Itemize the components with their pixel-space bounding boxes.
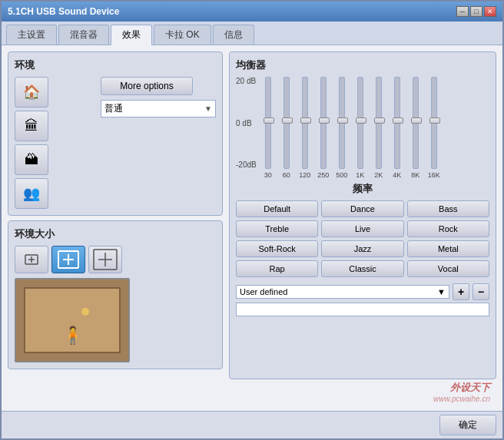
tab-bar: 主设置 混音器 效果 卡拉 OK 信息: [2, 22, 502, 45]
eq-thumb-8[interactable]: [411, 117, 422, 124]
eq-bar-2: 120: [297, 77, 313, 179]
preset-vocal[interactable]: Vocal: [407, 260, 489, 277]
eq-track-9[interactable]: [431, 77, 437, 169]
equalizer-title: 均衡器: [236, 58, 489, 72]
eq-track-2[interactable]: [302, 77, 308, 169]
add-preset-button[interactable]: +: [453, 283, 469, 300]
preset-soft-rock[interactable]: Soft-Rock: [236, 240, 318, 257]
env-icon-hall[interactable]: 🏛: [15, 111, 48, 141]
environment-controls: More options 普通 ▼: [101, 77, 216, 209]
eq-bar-9: 16K: [426, 77, 443, 179]
eq-freq-7: 4K: [393, 171, 401, 179]
preset-bass[interactable]: Bass: [407, 200, 489, 217]
environment-dropdown[interactable]: 普通 ▼: [101, 100, 216, 117]
eq-thumb-6[interactable]: [374, 117, 385, 124]
eq-thumb-7[interactable]: [393, 117, 403, 124]
window-controls: ─ □ ✕: [456, 6, 496, 17]
eq-thumb-5[interactable]: [356, 117, 366, 124]
eq-freq-6: 2K: [374, 171, 383, 179]
eq-track-8[interactable]: [413, 77, 419, 169]
eq-thumb-3[interactable]: [319, 117, 330, 124]
left-panel: 环境 🏠 🏛 🏔 👥 More options 普通 ▼: [8, 51, 223, 405]
preset-name-input[interactable]: [236, 303, 489, 316]
ok-button[interactable]: 确定: [439, 415, 496, 435]
tab-info[interactable]: 信息: [213, 25, 254, 45]
main-window: 5.1CH USB Sound Device ─ □ ✕ 主设置 混音器 效果 …: [0, 0, 504, 440]
watermark-line2: www.pcwaihe.cn: [235, 395, 490, 403]
tab-karaoke[interactable]: 卡拉 OK: [154, 25, 211, 45]
eq-track-5[interactable]: [357, 77, 363, 169]
preset-metal[interactable]: Metal: [407, 240, 489, 257]
user-defined-label: User defined: [240, 287, 287, 296]
window-title: 5.1CH USB Sound Device: [8, 6, 119, 17]
size-small-icon: [22, 252, 41, 267]
size-medium-icon: [57, 250, 80, 270]
maximize-button[interactable]: □: [470, 6, 482, 17]
tab-effects[interactable]: 效果: [111, 25, 152, 45]
close-button[interactable]: ✕: [484, 6, 496, 17]
tab-main-settings[interactable]: 主设置: [6, 25, 57, 45]
env-icon-outdoor[interactable]: 🏔: [15, 144, 48, 175]
eq-thumb-1[interactable]: [282, 117, 293, 124]
dropdown-arrow-icon: ▼: [204, 104, 212, 113]
equalizer-section: 均衡器 20 dB 0 dB -20dB 30: [229, 51, 496, 379]
user-defined-select[interactable]: User defined ▼: [236, 285, 449, 299]
bottom-bar: 确定: [2, 411, 502, 438]
eq-y-mid: 0 dB: [236, 119, 257, 127]
eq-freq-2: 120: [299, 171, 310, 179]
eq-bar-3: 250: [315, 77, 332, 179]
right-panel: 均衡器 20 dB 0 dB -20dB 30: [229, 51, 496, 405]
eq-track-1[interactable]: [284, 77, 290, 169]
preset-treble[interactable]: Treble: [236, 220, 318, 237]
eq-track-3[interactable]: [320, 77, 327, 169]
eq-bar-4: 500: [333, 77, 350, 179]
room-preview: 🧍: [15, 278, 130, 362]
eq-track-6[interactable]: [376, 77, 382, 169]
room-person-icon: 🧍: [62, 326, 83, 346]
eq-thumb-0[interactable]: [264, 117, 274, 124]
more-options-button[interactable]: More options: [101, 77, 193, 95]
eq-freq-8: 8K: [411, 171, 419, 179]
eq-bar-7: 4K: [389, 77, 406, 179]
main-content: 环境 🏠 🏛 🏔 👥 More options 普通 ▼: [2, 45, 502, 411]
freq-title: 频率: [236, 182, 489, 196]
env-icon-people[interactable]: 👥: [15, 178, 48, 209]
eq-bar-8: 8K: [407, 77, 424, 179]
minimize-button[interactable]: ─: [456, 6, 469, 17]
eq-freq-4: 500: [336, 171, 347, 179]
eq-freq-9: 16K: [428, 171, 440, 179]
environment-icons: 🏠 🏛 🏔 👥: [15, 77, 48, 209]
preset-jazz[interactable]: Jazz: [321, 240, 403, 257]
preset-rap[interactable]: Rap: [236, 260, 318, 277]
eq-y-axis: 20 dB 0 dB -20dB: [236, 77, 260, 169]
size-large-button[interactable]: [88, 246, 122, 273]
eq-y-top: 20 dB: [236, 77, 257, 85]
env-icon-home[interactable]: 🏠: [15, 77, 48, 108]
eq-freq-0: 30: [264, 171, 272, 179]
preset-default[interactable]: Default: [236, 200, 318, 217]
remove-preset-button[interactable]: −: [472, 283, 489, 300]
watermark-area: 外设天下 www.pcwaihe.cn: [229, 379, 496, 405]
user-defined-row: User defined ▼ + −: [236, 283, 489, 300]
eq-bar-1: 60: [278, 77, 295, 179]
eq-track-4[interactable]: [339, 77, 345, 169]
eq-freq-1: 60: [283, 171, 290, 179]
user-defined-dropdown-icon: ▼: [437, 287, 446, 296]
environment-section: 环境 🏠 🏛 🏔 👥 More options 普通 ▼: [8, 51, 223, 216]
eq-track-0[interactable]: [265, 77, 271, 169]
eq-freq-5: 1K: [356, 171, 364, 179]
preset-classic[interactable]: Classic: [321, 260, 403, 277]
preset-dance[interactable]: Dance: [321, 200, 403, 217]
size-medium-button[interactable]: [51, 246, 85, 273]
eq-thumb-9[interactable]: [429, 117, 440, 124]
preset-live[interactable]: Live: [321, 220, 403, 237]
size-small-button[interactable]: [15, 246, 48, 273]
eq-thumb-4[interactable]: [337, 117, 348, 124]
eq-track-7[interactable]: [394, 77, 400, 169]
tab-mixer[interactable]: 混音器: [58, 25, 109, 45]
env-size-title: 环境大小: [15, 227, 216, 241]
size-buttons: [15, 246, 216, 273]
eq-thumb-2[interactable]: [300, 117, 311, 124]
watermark-line1: 外设天下: [235, 381, 490, 395]
preset-rock[interactable]: Rock: [407, 220, 489, 237]
